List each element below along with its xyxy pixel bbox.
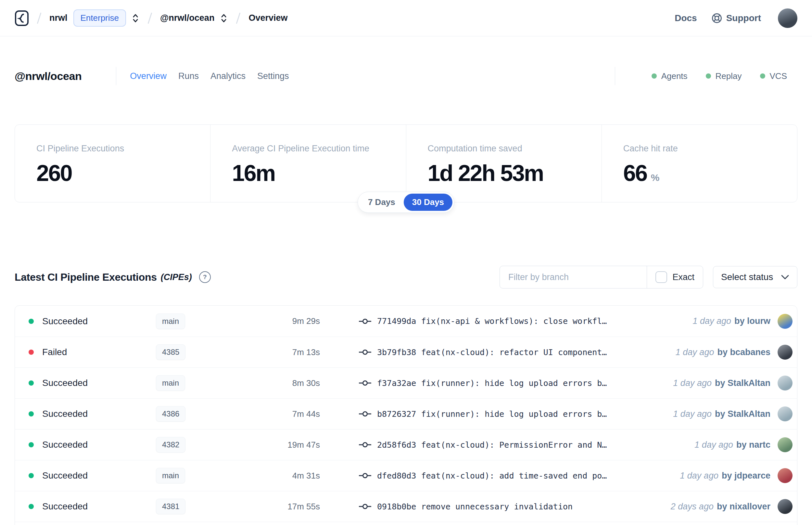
status-label: Succeeded xyxy=(42,501,156,512)
integration-agents[interactable]: Agents xyxy=(652,71,688,81)
toggle-7-days[interactable]: 7 Days xyxy=(359,194,404,211)
time-ago-label: 1 day ago xyxy=(694,440,733,450)
branch-chip[interactable]: main xyxy=(156,468,185,483)
status-label: Succeeded xyxy=(42,409,156,419)
status-dot-icon xyxy=(706,73,711,79)
breadcrumb-separator xyxy=(236,12,241,24)
commit-message[interactable]: b8726327 fix(runner): hide log upload er… xyxy=(377,409,607,419)
branch-chip[interactable]: 4385 xyxy=(156,344,185,360)
author-avatar xyxy=(778,376,793,390)
org-selector-button[interactable] xyxy=(131,13,140,24)
workspace-name[interactable]: @nrwl/ocean xyxy=(160,13,214,23)
exact-checkbox[interactable] xyxy=(656,271,667,283)
table-row[interactable]: Succeeded 4386 7m 44s b8726327 fix(runne… xyxy=(15,398,797,429)
status-dot-icon xyxy=(29,349,34,355)
table-row-partial xyxy=(15,522,797,525)
docs-link[interactable]: Docs xyxy=(675,13,697,24)
branch-chip[interactable]: main xyxy=(156,375,185,391)
status-dot-icon xyxy=(29,380,34,386)
divider xyxy=(116,67,116,85)
stat-value: 16m xyxy=(232,160,275,186)
exact-label[interactable]: Exact xyxy=(672,272,694,282)
author-avatar xyxy=(778,345,793,360)
commit-message[interactable]: f37a32ae fix(runner): hide log upload er… xyxy=(377,378,607,388)
stat-value: 66 xyxy=(623,160,647,186)
integration-vcs[interactable]: VCS xyxy=(760,71,787,81)
table-row[interactable]: Succeeded main 4m 31s dfed80d3 feat(nx-c… xyxy=(15,460,797,491)
stat-label: Computation time saved xyxy=(428,144,601,154)
integration-label: VCS xyxy=(770,71,787,81)
git-commit-icon xyxy=(359,410,371,418)
branch-chip[interactable]: main xyxy=(156,314,185,329)
branch-chip[interactable]: 4382 xyxy=(156,437,185,452)
stat-label: Average CI Pipeline Execution time xyxy=(232,144,406,154)
commit-message[interactable]: 771499da fix(nx-api & workflows): close … xyxy=(377,316,607,326)
top-navigation-bar: nrwl Enterprise @nrwl/ocean Overview Doc… xyxy=(0,0,812,36)
duration-label: 4m 31s xyxy=(263,471,320,481)
nx-cloud-logo-icon[interactable] xyxy=(15,10,29,26)
support-link[interactable]: Support xyxy=(711,13,761,24)
workspace-selector-button[interactable] xyxy=(219,13,228,24)
table-row[interactable]: Failed 4385 7m 13s 3b79fb38 feat(nx-clou… xyxy=(15,336,797,368)
table-row[interactable]: Succeeded main 8m 30s f37a32ae fix(runne… xyxy=(15,368,797,398)
author-label: by StalkAltan xyxy=(715,409,770,419)
author-avatar xyxy=(778,314,793,329)
git-commit-icon xyxy=(359,379,371,387)
select-status-button[interactable]: Select status xyxy=(713,266,797,288)
cipes-section-header: Latest CI Pipeline Executions (CIPEs) Ex… xyxy=(0,266,812,288)
cipe-table: Succeeded main 9m 29s 771499da fix(nx-ap… xyxy=(15,305,797,525)
tab-overview[interactable]: Overview xyxy=(124,68,172,85)
branch-chip[interactable]: 4381 xyxy=(156,499,185,514)
table-row[interactable]: Succeeded 4382 19m 47s 2d58f6d3 feat(nx-… xyxy=(15,429,797,460)
table-row[interactable]: Succeeded 4381 17m 55s 0918b0be remove u… xyxy=(15,491,797,522)
branch-chip[interactable]: 4386 xyxy=(156,406,185,422)
chevron-up-down-icon xyxy=(131,13,140,24)
integration-label: Agents xyxy=(661,71,688,81)
table-row[interactable]: Succeeded main 9m 29s 771499da fix(nx-ap… xyxy=(15,306,797,336)
duration-label: 8m 30s xyxy=(263,378,320,388)
git-commit-icon xyxy=(359,472,371,479)
time-ago-label: 1 day ago xyxy=(673,409,711,419)
git-commit-icon xyxy=(359,318,371,325)
tab-analytics[interactable]: Analytics xyxy=(205,68,251,85)
breadcrumb-separator xyxy=(37,12,42,24)
tab-settings[interactable]: Settings xyxy=(251,68,295,85)
section-title: Latest CI Pipeline Executions xyxy=(15,271,157,283)
filter-controls: Exact Select status xyxy=(500,266,797,288)
branch-filter-input[interactable] xyxy=(500,266,647,288)
status-dot-icon xyxy=(29,411,34,417)
stats-cards: CI Pipeline Executions 260 Average CI Pi… xyxy=(15,124,797,202)
commit-message[interactable]: 2d58f6d3 feat(nx-cloud): PermissionError… xyxy=(377,440,607,450)
section-title-suffix: (CIPEs) xyxy=(161,272,192,282)
duration-label: 9m 29s xyxy=(263,316,320,326)
org-name[interactable]: nrwl xyxy=(49,13,67,23)
status-label: Succeeded xyxy=(42,316,156,327)
duration-label: 17m 55s xyxy=(263,501,320,512)
status-label: Succeeded xyxy=(42,378,156,388)
toggle-30-days[interactable]: 30 Days xyxy=(404,194,453,211)
branch-filter-group: Exact xyxy=(500,266,703,288)
status-label: Failed xyxy=(42,347,156,357)
author-label: by nixallover xyxy=(717,501,770,512)
tab-runs[interactable]: Runs xyxy=(172,68,205,85)
chevron-down-icon xyxy=(781,274,789,280)
commit-message[interactable]: 3b79fb38 feat(nx-cloud): refactor UI com… xyxy=(377,348,607,357)
status-dot-icon xyxy=(652,73,657,79)
stat-label: CI Pipeline Executions xyxy=(36,144,210,154)
integration-replay[interactable]: Replay xyxy=(706,71,742,81)
integration-label: Replay xyxy=(716,71,742,81)
status-dot-icon xyxy=(29,319,34,324)
status-dot-icon xyxy=(760,73,765,79)
stat-value: 260 xyxy=(36,160,72,186)
stat-card-average-execution-time: Average CI Pipeline Execution time 16m xyxy=(210,125,406,202)
page-breadcrumb: Overview xyxy=(248,13,288,23)
help-icon[interactable] xyxy=(199,271,211,283)
user-avatar[interactable] xyxy=(778,9,797,28)
lifebuoy-icon xyxy=(711,13,722,24)
duration-label: 19m 47s xyxy=(263,440,320,450)
breadcrumb: nrwl Enterprise @nrwl/ocean Overview xyxy=(15,10,288,27)
commit-message[interactable]: 0918b0be remove unnecessary invalidation xyxy=(377,502,572,511)
commit-message[interactable]: dfed80d3 feat(nx-cloud): add time-saved … xyxy=(377,471,607,480)
author-label: by jdpearce xyxy=(722,471,770,481)
nx-cloud-app: nrwl Enterprise @nrwl/ocean Overview Doc… xyxy=(0,0,812,525)
